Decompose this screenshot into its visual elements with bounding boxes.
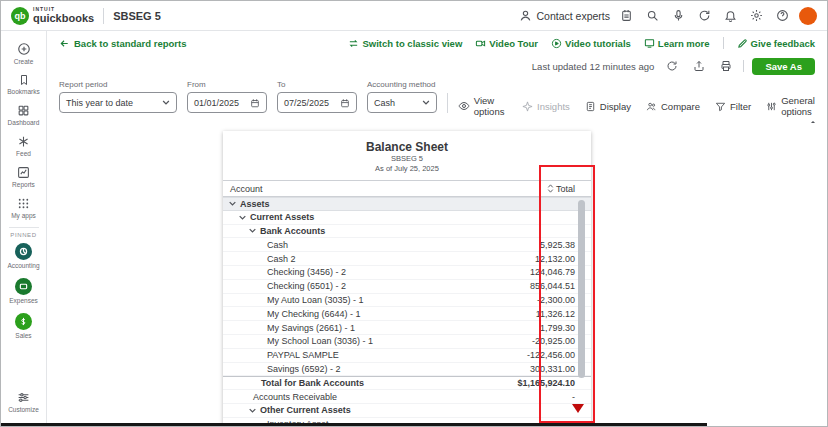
printer-icon[interactable] [716,57,735,76]
switch-to-classic-view-link[interactable]: Switch to classic view [348,38,462,49]
row-value: $1,165,924.10 [496,378,591,388]
sales-badge-icon [15,313,32,330]
row-label: Checking (6501) - 2 [267,281,346,291]
report-period-select[interactable]: This year to date [59,92,177,113]
contact-experts-label: Contact experts [536,10,610,22]
balance-sheet-card: Balance Sheet SBSEG 5 As of July 25, 202… [223,131,591,427]
sidebar-item-label: My apps [11,212,36,219]
insights-button[interactable]: Insights [522,101,570,112]
table-row: Accounts Receivable- [223,390,591,404]
row-value: 856,044.51 [496,281,591,291]
accounting-badge-icon [15,243,32,260]
gear-icon[interactable] [747,6,766,25]
contact-experts-button[interactable]: Contact experts [519,9,610,22]
row-value: 124,046.79 [496,267,591,277]
total-column-header[interactable]: Total [547,184,591,194]
video-camera-icon [475,38,486,49]
help-icon[interactable] [773,6,792,25]
vertical-sliders-icon [766,101,777,112]
sidebar-item-dashboard[interactable]: Dashboard [1,100,46,131]
sidebar-item-customize[interactable]: Customize [1,387,46,418]
row-value: 5,925.38 [496,240,591,250]
save-as-button[interactable]: Save As [752,58,815,75]
table-row: My Checking (6644) - 111,326.12 [223,307,591,321]
row-label: Checking (3456) - 2 [267,267,346,277]
row-label: Cash [267,240,288,250]
table-row[interactable]: Assets [223,197,591,211]
chevron-down-icon[interactable] [249,408,256,413]
window-bottom-edge [1,423,707,426]
sliders-icon [17,391,30,404]
give-feedback-link[interactable]: Give feedback [737,38,815,49]
learn-more-link[interactable]: Learn more [644,38,710,49]
account-column-header[interactable]: Account [223,184,547,194]
sidebar-item-label: Sales [15,332,31,339]
compare-people-icon [646,101,657,112]
chevron-down-icon[interactable] [229,201,236,206]
chevron-down-icon[interactable] [249,228,256,233]
report-period-label: Report period [59,80,177,89]
scrollbar[interactable] [578,200,585,378]
row-label: My Checking (6644) - 1 [267,309,361,319]
export-icon[interactable] [689,57,708,76]
display-button[interactable]: Display [585,101,631,112]
view-options-button[interactable]: View options [458,95,512,117]
divider [9,227,39,228]
tool-label: General options [781,95,815,117]
back-arrow-icon [59,38,70,49]
link-label: Give feedback [751,38,815,49]
back-to-standard-reports-link[interactable]: Back to standard reports [59,38,186,49]
bell-icon[interactable] [721,6,740,25]
sidebar-item-reports[interactable]: Reports [1,162,46,193]
chevron-down-icon [162,100,170,105]
filter-button[interactable]: Filter [715,101,751,112]
sidebar-item-accounting[interactable]: Accounting [1,239,46,274]
search-icon[interactable] [643,6,662,25]
chevron-down-icon[interactable] [239,215,246,220]
table-row: Savings (6592) - 2300,331.00 [223,363,591,377]
from-label: From [187,80,267,89]
row-value: -2,300.00 [496,295,591,305]
sidebar-item-expenses[interactable]: Expenses [1,274,46,309]
from-date-input[interactable]: 01/01/2025 [187,92,267,113]
from-date-group: From 01/01/2025 [187,80,267,113]
table-row[interactable]: Current Assets [223,211,591,225]
sidebar: Create Bookmarks Dashboard Feed Reports [1,31,47,426]
to-date-input[interactable]: 07/25/2025 [277,92,357,113]
balance-sheet-rows: AssetsCurrent AssetsBank AccountsCash5,9… [223,197,591,427]
mic-icon[interactable] [669,6,688,25]
expenses-badge-icon [15,278,32,295]
sidebar-item-feed[interactable]: Feed [1,131,46,162]
tasks-icon[interactable] [617,6,636,25]
to-label: To [277,80,357,89]
from-date-value: 01/01/2025 [194,98,239,108]
avatar[interactable] [799,7,817,25]
video-tour-link[interactable]: Video Tour [475,38,538,49]
table-row[interactable]: Bank Accounts [223,225,591,239]
sidebar-item-label: Dashboard [8,119,40,126]
logo-text: qb [15,11,26,21]
compare-button[interactable]: Compare [646,101,700,112]
tool-label: Insights [537,101,570,112]
sidebar-item-label: Expenses [9,297,38,304]
sidebar-item-my-apps[interactable]: My apps [1,193,46,224]
quickbooks-label: quickbooks [33,12,94,24]
table-row: My School Loan (3036) - 1-20,925.00 [223,335,591,349]
quickbooks-logo[interactable]: qb [11,7,29,25]
refresh-icon[interactable] [662,57,681,76]
accounting-method-select[interactable]: Cash [367,92,437,113]
topbar-actions: Contact experts [519,6,817,25]
sidebar-item-bookmarks[interactable]: Bookmarks [1,70,46,100]
report-period-group: Report period This year to date [59,80,177,113]
sidebar-item-create[interactable]: Create [1,38,46,70]
table-row[interactable]: Other Current Assets [223,404,591,418]
sidebar-item-sales[interactable]: Sales [1,309,46,344]
row-value: -20,925.00 [496,336,591,346]
row-label: Bank Accounts [260,226,325,236]
quickbooks-wordmark: INTUIT quickbooks [33,7,94,25]
table-row: Cash5,925.38 [223,238,591,252]
general-options-button[interactable]: General options [766,95,815,117]
table-row: Checking (6501) - 2856,044.51 [223,280,591,294]
history-icon[interactable] [695,6,714,25]
video-tutorials-link[interactable]: Video tutorials [551,38,631,49]
